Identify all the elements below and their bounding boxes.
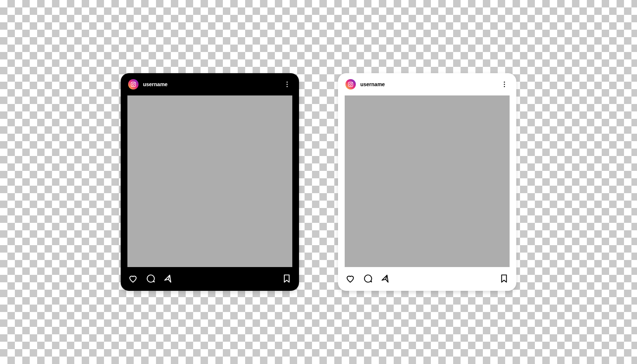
send-icon bbox=[380, 272, 392, 285]
like-button[interactable] bbox=[345, 274, 355, 283]
svg-point-1 bbox=[132, 83, 134, 85]
post-actions bbox=[338, 267, 516, 291]
post-image-placeholder bbox=[127, 95, 292, 267]
svg-point-10 bbox=[504, 82, 505, 83]
comment-button[interactable] bbox=[363, 274, 373, 283]
social-post-card-dark: username bbox=[121, 73, 299, 291]
avatar[interactable] bbox=[345, 79, 356, 90]
svg-point-9 bbox=[352, 83, 352, 84]
share-button[interactable] bbox=[164, 274, 173, 283]
post-header: username bbox=[338, 73, 516, 94]
social-post-card-light: username bbox=[338, 73, 516, 291]
more-options-button[interactable] bbox=[283, 80, 292, 89]
post-actions bbox=[121, 267, 299, 291]
post-header: username bbox=[121, 73, 299, 94]
post-image-placeholder bbox=[345, 95, 510, 267]
svg-point-4 bbox=[286, 84, 287, 85]
svg-point-2 bbox=[134, 83, 135, 84]
instagram-icon bbox=[348, 81, 354, 87]
share-button[interactable] bbox=[381, 274, 391, 283]
svg-point-8 bbox=[350, 83, 351, 85]
svg-point-11 bbox=[504, 84, 505, 85]
more-vertical-icon bbox=[504, 81, 505, 87]
save-button[interactable] bbox=[282, 274, 292, 283]
bookmark-icon bbox=[499, 274, 509, 283]
svg-point-3 bbox=[286, 82, 287, 83]
comment-button[interactable] bbox=[146, 274, 156, 283]
avatar[interactable] bbox=[128, 79, 139, 90]
instagram-icon bbox=[130, 81, 136, 87]
username-label[interactable]: username bbox=[143, 81, 278, 87]
heart-icon bbox=[128, 274, 138, 283]
svg-point-12 bbox=[504, 86, 505, 87]
like-button[interactable] bbox=[128, 274, 138, 283]
username-label[interactable]: username bbox=[360, 81, 495, 87]
comment-icon bbox=[146, 274, 156, 283]
svg-point-5 bbox=[286, 86, 287, 87]
bookmark-icon bbox=[282, 274, 292, 283]
heart-icon bbox=[345, 274, 355, 283]
comment-icon bbox=[363, 274, 373, 283]
more-vertical-icon bbox=[286, 81, 288, 87]
more-options-button[interactable] bbox=[500, 80, 509, 89]
save-button[interactable] bbox=[499, 274, 509, 283]
